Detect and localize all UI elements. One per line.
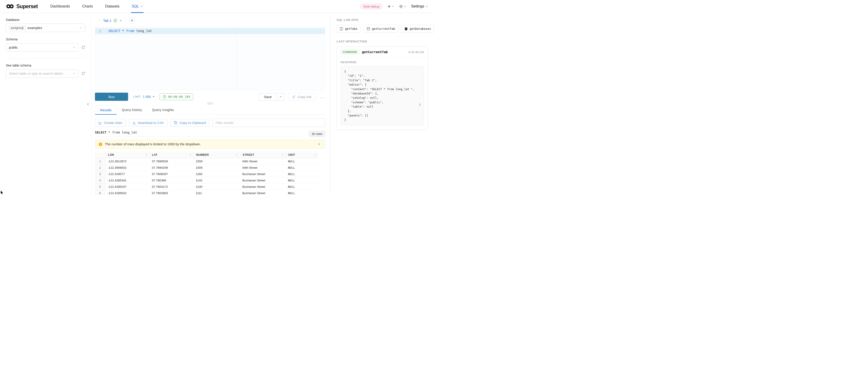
refresh-schemas-button[interactable] xyxy=(81,45,85,49)
tab-query-history[interactable]: Query history xyxy=(117,105,147,115)
cell-lat: 37.7803172 xyxy=(149,184,193,190)
table-row: 1 -122.3912672 37.7690928 1550 04th Stre… xyxy=(95,158,319,165)
create-chart-label: Create chart xyxy=(104,121,122,125)
warning-icon xyxy=(99,142,102,146)
header-lat[interactable]: LAT xyxy=(149,152,193,158)
check-circle-icon xyxy=(114,19,117,22)
null-value: NULL xyxy=(288,191,295,195)
nav-sql[interactable]: SQL xyxy=(126,0,149,13)
cell-street: Buchanan Street xyxy=(240,171,286,177)
column-label: UNIT xyxy=(288,153,295,157)
header-street[interactable]: STREET xyxy=(240,152,286,158)
download-csv-label: Download to CSV xyxy=(138,121,164,125)
filter-results-input[interactable] xyxy=(212,119,325,127)
copy-clipboard-button[interactable]: Copy to Clipboard xyxy=(170,119,209,127)
tab-results[interactable]: Results xyxy=(95,105,117,115)
copy-icon xyxy=(174,121,177,124)
settings-label: Settings xyxy=(411,4,424,8)
null-value: NULL xyxy=(288,179,295,182)
navbar-right: flask-debug Settings xyxy=(360,4,428,9)
sun-icon xyxy=(399,4,403,8)
row-number: 4 xyxy=(95,177,105,184)
header-unit[interactable]: UNIT xyxy=(286,152,318,158)
get-tabs-button[interactable]: getTabs xyxy=(337,25,361,33)
environment-badge: flask-debug xyxy=(360,4,382,9)
sql-editor-area: ⋮ Tab 1 ✕ 1 SELECT * from long_lat Ru xyxy=(91,13,331,195)
brand[interactable]: Superset xyxy=(6,3,38,9)
download-icon xyxy=(132,121,136,124)
null-value: NULL xyxy=(288,160,295,163)
line-number: 1 xyxy=(99,29,101,33)
sort-icon xyxy=(314,154,316,156)
cell-unit: NULL xyxy=(286,158,318,164)
collapse-left-panel-icon[interactable]: ‹ xyxy=(87,101,89,106)
nav-charts[interactable]: Charts xyxy=(76,0,99,13)
nav-label: Charts xyxy=(82,4,93,8)
cell-number: 1550 xyxy=(193,158,240,164)
response-json: { "id": "1", "title": "Tab 1", "editor":… xyxy=(341,66,424,125)
theme-toggle[interactable] xyxy=(399,4,406,8)
null-value: NULL xyxy=(288,172,295,176)
nav-dashboards[interactable]: Dashboards xyxy=(44,0,76,13)
row-count-badge: 1k rows xyxy=(309,131,325,137)
save-options-caret[interactable] xyxy=(277,93,285,101)
executed-query-text: SELECT * from long_lat xyxy=(95,131,302,137)
get-current-tab-button[interactable]: getCurrentTab xyxy=(364,25,398,33)
cell-lat: 37.7694259 xyxy=(149,165,193,171)
get-databases-button[interactable]: getDatabases xyxy=(401,25,434,33)
chevron-down-icon xyxy=(73,46,75,48)
schema-label: Schema xyxy=(6,37,85,41)
limit-label: LIMIT: xyxy=(133,95,141,98)
create-chart-button[interactable]: Create chart xyxy=(95,119,126,127)
download-csv-button[interactable]: Download to CSV xyxy=(129,119,167,127)
api-button-label: getTabs xyxy=(345,27,358,30)
header-number[interactable]: NUMBER xyxy=(193,152,240,158)
command-name: getCurrentTab xyxy=(362,50,388,54)
schema-field: Schema public xyxy=(6,37,85,52)
drag-handle-icon[interactable]: ⋮ xyxy=(98,19,101,23)
row-number: 3 xyxy=(95,171,105,177)
query-timer: 00:00:00.189 xyxy=(160,93,193,100)
header-rownum xyxy=(95,152,105,158)
nav-datasets[interactable]: Datasets xyxy=(99,0,126,13)
save-button[interactable]: Save xyxy=(259,93,277,101)
copy-link-button[interactable]: Copy link xyxy=(288,93,315,101)
settings-menu[interactable]: Settings xyxy=(411,4,428,8)
new-tab-button[interactable] xyxy=(129,18,135,24)
command-badge: COMMAND xyxy=(341,50,359,54)
database-select[interactable]: postgresql examples xyxy=(6,24,85,32)
cell-lat: 37.7802883 xyxy=(149,190,193,195)
table-schema-label: See table schema xyxy=(6,64,85,67)
collapse-right-panel-icon[interactable]: › xyxy=(419,102,421,107)
refresh-tables-button[interactable] xyxy=(81,71,85,75)
header-lon[interactable]: LON xyxy=(105,152,149,158)
limit-dropdown[interactable]: LIMIT: 1 000 xyxy=(133,95,155,99)
database-type-tag: postgresql xyxy=(9,26,25,30)
table-row: 5 -122.4285247 37.7803172 1140 Buchanan … xyxy=(95,184,319,190)
api-button-label: getCurrentTab xyxy=(372,27,395,30)
api-button-label: getDatabases xyxy=(410,27,431,30)
cell-unit: NULL xyxy=(286,190,318,195)
cell-lon: -122.4289542 xyxy=(105,190,149,195)
command-header: COMMAND getCurrentTab 9:34:48 AM xyxy=(337,47,428,58)
more-actions-button[interactable]: … xyxy=(319,94,325,99)
schema-select[interactable]: public xyxy=(6,43,79,52)
last-interaction-card: COMMAND getCurrentTab 9:34:48 AM RESPONS… xyxy=(337,46,428,130)
cell-unit: NULL xyxy=(286,184,318,190)
table-select[interactable]: Select table or type to search tables xyxy=(6,69,79,78)
close-warning-icon[interactable]: ✕ xyxy=(317,142,321,146)
run-query-button[interactable]: Run xyxy=(95,93,128,101)
sql-statement: SELECT * from long_lat xyxy=(108,29,152,33)
cell-lon: -122.4285341 xyxy=(105,177,149,184)
sql-code-editor[interactable]: 1 SELECT * from long_lat xyxy=(95,27,325,90)
editor-tab[interactable]: ⋮ Tab 1 ✕ xyxy=(98,19,122,23)
new-item-menu[interactable] xyxy=(388,5,394,8)
table-row: 6 -122.4289542 37.7802883 1111 Buchanan … xyxy=(95,190,319,195)
results-tabbar: Results Query history Query Insights xyxy=(95,105,325,115)
database-value: examples xyxy=(28,26,42,30)
cell-lat: 37.780385 xyxy=(149,177,193,184)
pane-splitter[interactable] xyxy=(95,102,325,105)
tab-query-insights[interactable]: Query Insights xyxy=(147,105,179,115)
chevron-down-icon xyxy=(392,6,394,7)
close-tab-icon[interactable]: ✕ xyxy=(119,19,122,23)
